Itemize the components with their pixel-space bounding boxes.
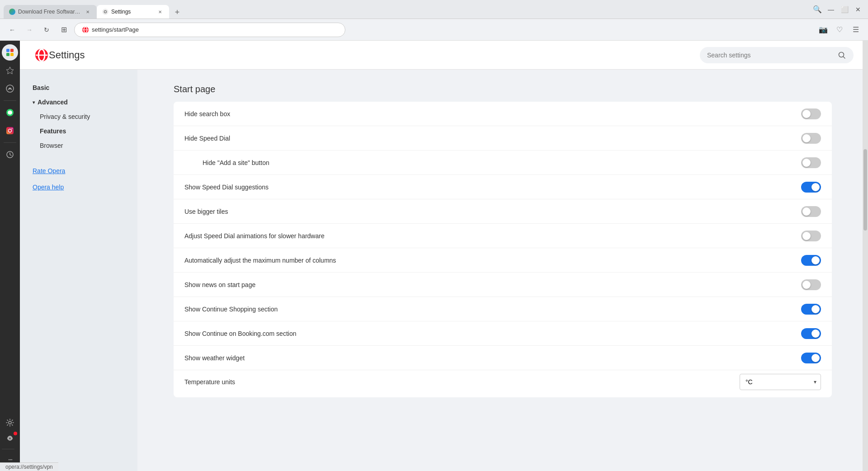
sidebar-divider-3: [2, 449, 14, 449]
address-input-wrap[interactable]: settings/startPage: [74, 23, 345, 37]
tab-download[interactable]: Download Free Software f... ✕: [4, 5, 97, 19]
content-area: Basic ▾ Advanced Privacy & security Feat…: [20, 70, 868, 471]
toggle-show-news[interactable]: [801, 279, 821, 290]
address-text: settings/startPage: [92, 26, 139, 33]
toggle-knob-show-suggestions: [811, 183, 820, 191]
nav-item-basic[interactable]: Basic: [20, 80, 137, 95]
gear-icon: [5, 418, 14, 427]
svg-rect-6: [6, 49, 9, 52]
browser-chrome: Download Free Software f... ✕ Settings ✕…: [0, 0, 868, 19]
svg-rect-9: [10, 53, 14, 56]
back-button[interactable]: ←: [5, 23, 19, 37]
svg-point-12: [9, 88, 11, 89]
setting-label-auto-columns: Automatically adjust the maximum number …: [184, 257, 801, 264]
search-button[interactable]: 🔍: [811, 3, 824, 16]
temperature-select-wrap[interactable]: °C °F ▾: [740, 374, 821, 390]
nav-item-browser[interactable]: Browser: [20, 138, 137, 153]
sidebar-icon-history[interactable]: [2, 146, 18, 163]
toggle-continue-shopping[interactable]: [801, 304, 821, 315]
toggle-hide-add-site[interactable]: [801, 157, 821, 168]
toggle-knob-bigger-tiles: [802, 207, 811, 216]
nav-item-advanced[interactable]: ▾ Advanced: [20, 95, 137, 109]
toggle-auto-columns[interactable]: [801, 255, 821, 266]
early-access-badge: [14, 432, 17, 435]
window-controls: 🔍 — ⬜ ✕: [811, 3, 864, 16]
toggle-knob-booking: [811, 330, 820, 338]
svg-point-18: [9, 421, 11, 424]
setting-label-hide-add-site: Hide "Add a site" button: [184, 159, 801, 166]
sidebar-toggle-button[interactable]: ☰: [849, 23, 863, 37]
maximize-button[interactable]: ⬜: [838, 3, 851, 16]
setting-label-bigger-tiles: Use bigger tiles: [184, 208, 801, 215]
setting-row-hide-search-box: Hide search box: [174, 102, 832, 126]
search-settings-icon[interactable]: [834, 47, 850, 63]
toggle-booking[interactable]: [801, 328, 821, 339]
scrollbar-thumb[interactable]: [863, 149, 867, 231]
svg-rect-8: [6, 53, 9, 56]
setting-row-weather: Show weather widget: [174, 346, 832, 370]
sidebar-icon-aria[interactable]: [2, 80, 18, 97]
setting-row-bigger-tiles: Use bigger tiles: [174, 199, 832, 224]
sidebar-icon-settings[interactable]: [2, 414, 18, 431]
nav-item-privacy[interactable]: Privacy & security: [20, 109, 137, 124]
toggle-knob-continue-shopping: [811, 305, 820, 313]
setting-label-adjust-animations: Adjust Speed Dial animations for slower …: [184, 232, 801, 240]
search-settings-wrap[interactable]: [700, 47, 854, 63]
camera-button[interactable]: 📷: [816, 23, 830, 37]
instagram-icon: [5, 126, 14, 135]
start-page-title: Start page: [174, 84, 832, 94]
aria-icon: [5, 84, 14, 93]
setting-label-weather: Show weather widget: [184, 354, 801, 362]
search-settings-input[interactable]: [707, 52, 834, 59]
favorites-button[interactable]: ♡: [833, 23, 846, 37]
reload-button[interactable]: ↻: [40, 23, 53, 37]
new-tab-button[interactable]: +: [171, 6, 184, 19]
toggle-adjust-animations[interactable]: [801, 231, 821, 241]
setting-label-hide-search-box: Hide search box: [184, 110, 801, 118]
sidebar-icon-bookmarks[interactable]: [2, 62, 18, 79]
setting-label-show-suggestions: Show Speed Dial suggestions: [184, 184, 801, 191]
address-bar-actions: 📷 ♡ ☰: [816, 23, 863, 37]
sidebar-divider-1: [4, 100, 16, 101]
forward-button[interactable]: →: [23, 23, 36, 37]
svg-point-16: [12, 128, 13, 129]
sidebar-icon-instagram[interactable]: [2, 122, 18, 139]
sidebar-divider-2: [4, 142, 16, 143]
download-tab-close[interactable]: ✕: [84, 8, 91, 15]
sidebar-bottom-icons: ···: [2, 414, 18, 467]
minimize-button[interactable]: —: [825, 3, 837, 16]
nav-item-help[interactable]: Opera help: [20, 180, 137, 194]
toggle-knob-hide-speed-dial: [802, 134, 811, 142]
sidebar-icons: ···: [0, 41, 20, 471]
opera-logo: [34, 48, 49, 62]
toggle-weather[interactable]: [801, 353, 821, 363]
toggle-show-suggestions[interactable]: [801, 182, 821, 193]
status-url: opera://settings/vpn: [5, 464, 53, 470]
rocket-icon: [5, 434, 14, 443]
download-tab-label: Download Free Software f...: [18, 9, 81, 15]
settings-area: Settings Basic ▾ Advanced P: [20, 41, 868, 471]
toggle-hide-speed-dial[interactable]: [801, 133, 821, 144]
toggle-bigger-tiles[interactable]: [801, 206, 821, 217]
toggle-hide-search-box[interactable]: [801, 108, 821, 119]
tab-settings[interactable]: Settings ✕: [97, 5, 169, 19]
temperature-select[interactable]: °C °F: [740, 374, 821, 390]
nav-item-rate[interactable]: Rate Opera: [20, 164, 137, 178]
scrollbar-track[interactable]: [863, 41, 868, 471]
opera-address-icon: [82, 26, 89, 33]
sidebar-icon-home[interactable]: [2, 44, 18, 61]
svg-rect-14: [6, 127, 14, 134]
settings-tab-close[interactable]: ✕: [156, 8, 164, 15]
tab-grid-button[interactable]: ⊞: [57, 23, 71, 37]
history-icon: [5, 150, 14, 159]
setting-label-booking: Show Continue on Booking.com section: [184, 330, 801, 337]
nav-item-features[interactable]: Features: [20, 124, 137, 138]
close-button[interactable]: ✕: [852, 3, 864, 16]
sidebar-icon-whatsapp[interactable]: [2, 104, 18, 121]
sidebar-icon-early-access[interactable]: [2, 431, 18, 447]
svg-point-19: [9, 438, 11, 439]
setting-row-show-news: Show news on start page: [174, 273, 832, 297]
toggle-knob-hide-search-box: [802, 110, 811, 118]
collapse-arrow-icon: ▾: [33, 100, 35, 105]
setting-row-temperature: Temperature units °C °F ▾: [174, 370, 832, 397]
